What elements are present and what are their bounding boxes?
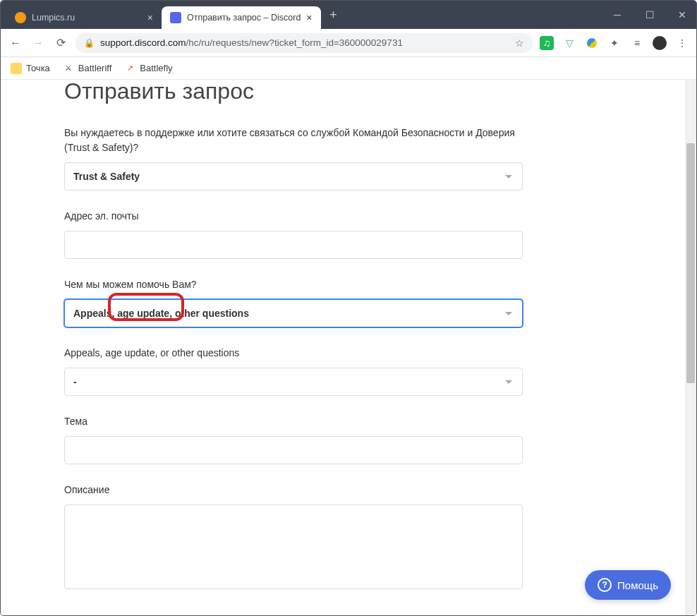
bookmark-icon: ↗	[124, 63, 135, 74]
help-topic-select[interactable]: Appeals, age update, other questions	[64, 299, 523, 327]
close-icon[interactable]: ×	[147, 12, 153, 23]
help-icon: ?	[598, 578, 612, 592]
email-label: Адрес эл. почты	[64, 209, 523, 224]
window-controls: ─ ☐ ✕	[607, 1, 692, 29]
bookmark-tochka[interactable]: Точка	[11, 63, 50, 74]
tab-lumpics[interactable]: Lumpics.ru ×	[6, 6, 162, 29]
back-button[interactable]: ←	[8, 35, 23, 51]
extensions: ♫ ▽ ✦ ≡ ⋮	[540, 36, 689, 50]
help-topic-label: Чем мы можем помочь Вам?	[64, 277, 523, 292]
subject-input[interactable]	[64, 436, 523, 464]
close-window-icon[interactable]: ✕	[672, 9, 692, 20]
tabs-row: Lumpics.ru × Отправить запрос – Discord …	[1, 1, 344, 29]
bookmark-battleriff[interactable]: ⚔ Battleriff	[63, 63, 111, 74]
support-type-select[interactable]: Trust & Safety	[64, 162, 523, 191]
bookmark-icon: ⚔	[63, 63, 74, 74]
profile-avatar[interactable]	[653, 36, 667, 50]
tab-discord[interactable]: Отправить запрос – Discord ×	[162, 6, 321, 29]
bookmarks-bar: Точка ⚔ Battleriff ↗ Battlefly	[1, 57, 696, 80]
extensions-icon[interactable]: ✦	[607, 36, 622, 50]
lock-icon: 🔒	[84, 38, 95, 48]
bookmark-icon	[11, 63, 22, 74]
titlebar: Lumpics.ru × Отправить запрос – Discord …	[1, 1, 696, 29]
help-button[interactable]: ? Помощь	[585, 570, 671, 600]
bookmark-battlefly[interactable]: ↗ Battlefly	[124, 63, 172, 74]
help-topic-value: Appeals, age update, other questions	[73, 308, 249, 319]
star-icon[interactable]: ☆	[515, 37, 524, 49]
ext-icon-circle[interactable]	[585, 36, 599, 50]
bookmark-label: Battleriff	[78, 63, 111, 73]
support-type-label: Вы нуждаетесь в поддержке или хотите свя…	[64, 126, 523, 155]
tab-title: Отправить запрос – Discord	[187, 13, 301, 23]
forward-button[interactable]: →	[30, 35, 46, 51]
support-type-value: Trust & Safety	[73, 171, 140, 182]
reload-button[interactable]: ⟳	[53, 35, 68, 51]
scroll-thumb[interactable]	[686, 143, 695, 383]
ext-icon-music[interactable]: ♫	[540, 36, 554, 50]
email-input[interactable]	[64, 231, 523, 259]
page-content: Отправить запрос Вы нуждаетесь в поддерж…	[1, 80, 685, 615]
description-label: Описание	[64, 483, 523, 497]
reading-list-icon[interactable]: ≡	[630, 36, 644, 50]
sub-topic-select[interactable]: -	[64, 368, 523, 396]
help-label: Помощь	[617, 579, 658, 591]
maximize-icon[interactable]: ☐	[640, 9, 660, 20]
subject-label: Тема	[64, 414, 523, 429]
bookmark-label: Battlefly	[140, 63, 172, 73]
page-title: Отправить запрос	[64, 80, 636, 104]
tab-title: Lumpics.ru	[32, 13, 75, 23]
close-icon[interactable]: ×	[306, 12, 312, 23]
sub-topic-value: -	[73, 376, 77, 387]
favicon-discord	[170, 12, 181, 23]
favicon-lumpics	[15, 12, 26, 23]
description-textarea[interactable]	[64, 505, 523, 589]
bookmark-label: Точка	[26, 63, 50, 73]
ext-icon-shield[interactable]: ▽	[562, 36, 576, 50]
address-bar[interactable]: 🔒 support.discord.com/hc/ru/requests/new…	[75, 33, 533, 53]
minimize-icon[interactable]: ─	[607, 9, 627, 20]
browser-toolbar: ← → ⟳ 🔒 support.discord.com/hc/ru/reques…	[1, 29, 696, 57]
sub-topic-label: Appeals, age update, or other questions	[64, 346, 523, 361]
url-host: support.discord.com/hc/ru/requests/new?t…	[100, 37, 403, 48]
menu-icon[interactable]: ⋮	[675, 36, 689, 50]
new-tab-button[interactable]: +	[324, 5, 344, 25]
scrollbar[interactable]	[685, 80, 696, 615]
